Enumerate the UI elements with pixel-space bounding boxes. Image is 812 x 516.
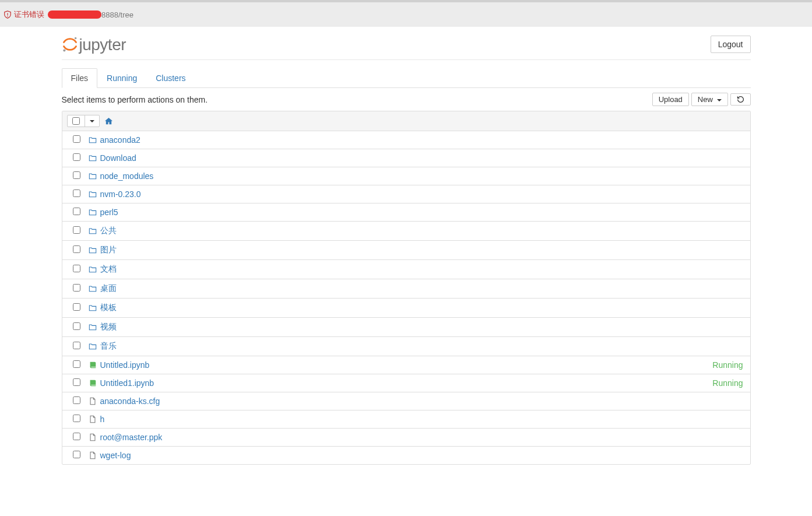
item-checkbox[interactable] xyxy=(73,135,80,143)
folder-icon xyxy=(89,246,97,254)
item-checkbox[interactable] xyxy=(73,153,80,161)
item-checkbox[interactable] xyxy=(73,451,80,458)
breadcrumb-home[interactable] xyxy=(104,117,113,125)
browser-url-bar: 证书错误 8888/tree xyxy=(0,2,812,27)
item-checkbox[interactable] xyxy=(73,208,80,215)
item-name-link[interactable]: Untitled1.ipynb xyxy=(100,378,713,388)
folder-icon xyxy=(89,285,97,293)
item-name-link[interactable]: 视频 xyxy=(100,322,746,332)
item-name-link[interactable]: 模板 xyxy=(100,303,746,313)
file-icon xyxy=(89,397,97,405)
list-item: nvm-0.23.0 xyxy=(62,185,750,203)
item-checkbox[interactable] xyxy=(73,226,80,234)
file-icon xyxy=(89,451,97,459)
list-item: anaconda2 xyxy=(62,131,750,149)
item-checkbox[interactable] xyxy=(73,396,80,404)
item-checkbox[interactable] xyxy=(73,265,80,272)
folder-icon xyxy=(89,304,97,312)
logout-button[interactable]: Logout xyxy=(711,36,751,53)
item-checkbox[interactable] xyxy=(73,415,80,422)
page-header: jupyter Logout xyxy=(62,27,751,60)
chevron-down-icon xyxy=(717,99,722,101)
item-checkbox[interactable] xyxy=(73,322,80,330)
item-name-link[interactable]: node_modules xyxy=(100,171,746,181)
file-list-header xyxy=(62,111,750,131)
item-checkbox[interactable] xyxy=(73,189,80,197)
new-label: New xyxy=(698,95,713,104)
item-name-link[interactable]: 文档 xyxy=(100,264,746,275)
item-name-link[interactable]: 桌面 xyxy=(100,283,746,294)
item-checkbox[interactable] xyxy=(73,433,80,440)
file-list: anaconda2Downloadnode_modulesnvm-0.23.0p… xyxy=(62,111,751,465)
list-item: 图片 xyxy=(62,240,750,259)
list-item: 音乐 xyxy=(62,336,750,356)
item-name-link[interactable]: root@master.ppk xyxy=(100,433,746,442)
item-name-link[interactable]: Download xyxy=(100,153,746,163)
select-all-control[interactable] xyxy=(67,115,100,127)
item-checkbox[interactable] xyxy=(73,378,80,386)
list-item: node_modules xyxy=(62,167,750,185)
folder-icon xyxy=(89,265,97,273)
upload-button[interactable]: Upload xyxy=(652,93,689,106)
list-item: 视频 xyxy=(62,317,750,336)
item-name-link[interactable]: anaconda-ks.cfg xyxy=(100,396,746,406)
cert-error-text: 证书错误 xyxy=(14,9,44,20)
item-checkbox[interactable] xyxy=(73,245,80,253)
notebook-icon xyxy=(89,361,97,369)
folder-icon xyxy=(89,208,97,216)
tab-running[interactable]: Running xyxy=(97,68,146,88)
home-icon xyxy=(104,117,113,125)
toolbar-hint: Select items to perform actions on them. xyxy=(62,95,208,104)
folder-icon xyxy=(89,227,97,235)
list-item: 模板 xyxy=(62,298,750,317)
tab-files[interactable]: Files xyxy=(62,68,98,88)
select-all-dropdown[interactable] xyxy=(85,115,99,127)
item-name-link[interactable]: 音乐 xyxy=(100,341,746,352)
list-item: wget-log xyxy=(62,446,750,464)
shield-error-icon xyxy=(3,10,12,19)
item-name-link[interactable]: nvm-0.23.0 xyxy=(100,189,746,199)
folder-icon xyxy=(89,154,97,162)
list-item: Untitled1.ipynbRunning xyxy=(62,374,750,392)
item-checkbox[interactable] xyxy=(73,303,80,311)
list-item: Untitled.ipynbRunning xyxy=(62,356,750,374)
file-icon xyxy=(89,415,97,423)
list-item: 公共 xyxy=(62,221,750,240)
new-dropdown[interactable]: New xyxy=(691,93,728,106)
cert-error-badge[interactable]: 证书错误 xyxy=(3,9,44,20)
item-checkbox[interactable] xyxy=(73,284,80,292)
list-item: 桌面 xyxy=(62,279,750,298)
select-all-checkbox[interactable] xyxy=(72,117,80,125)
item-name-link[interactable]: Untitled.ipynb xyxy=(100,360,713,370)
svg-point-0 xyxy=(7,16,8,17)
status-badge: Running xyxy=(712,360,745,370)
item-checkbox[interactable] xyxy=(73,342,80,349)
folder-icon xyxy=(89,342,97,350)
item-checkbox[interactable] xyxy=(73,171,80,179)
item-name-link[interactable]: wget-log xyxy=(100,451,746,460)
tab-clusters[interactable]: Clusters xyxy=(146,68,195,88)
svg-point-2 xyxy=(74,37,76,40)
item-name-link[interactable]: 公共 xyxy=(100,226,746,236)
item-name-link[interactable]: 图片 xyxy=(100,245,746,255)
list-item: Download xyxy=(62,149,750,167)
jupyter-logo-icon xyxy=(62,36,78,52)
item-checkbox[interactable] xyxy=(73,360,80,368)
item-name-link[interactable]: h xyxy=(100,415,746,424)
file-icon xyxy=(89,433,97,441)
svg-point-3 xyxy=(63,49,65,51)
folder-icon xyxy=(89,323,97,331)
list-item: h xyxy=(62,410,750,428)
jupyter-logo[interactable]: jupyter xyxy=(62,31,126,57)
list-item: perl5 xyxy=(62,203,750,221)
list-item: 文档 xyxy=(62,259,750,279)
folder-icon xyxy=(89,190,97,198)
jupyter-logo-text: jupyter xyxy=(79,36,126,54)
status-badge: Running xyxy=(712,378,745,388)
refresh-button[interactable] xyxy=(730,93,751,106)
item-name-link[interactable]: anaconda2 xyxy=(100,135,746,145)
toolbar: Select items to perform actions on them.… xyxy=(62,88,751,110)
notebook-icon xyxy=(89,379,97,387)
svg-rect-1 xyxy=(7,13,8,15)
item-name-link[interactable]: perl5 xyxy=(100,208,746,217)
